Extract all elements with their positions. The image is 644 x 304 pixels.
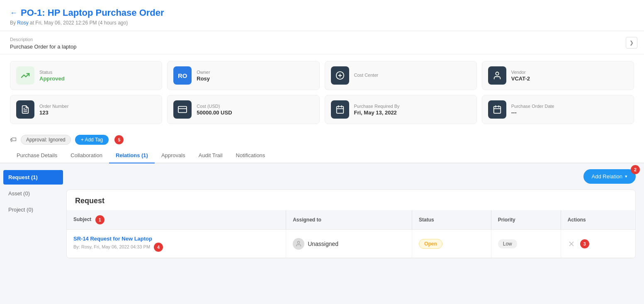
tags-row: 🏷 Approval: Ignored + Add Tag 5: [0, 131, 644, 145]
vendor-value: VCAT-2: [511, 75, 530, 82]
tabs-bar: Purchase Details Collaboration Relations…: [0, 148, 644, 163]
info-cards-grid: Status Approved RO Owner Rosy Cost Ce: [0, 54, 644, 131]
purchase-order-date-icon: [488, 100, 506, 119]
purchase-required-value: Fri, May 13, 2022: [354, 109, 400, 116]
cost-center-label: Cost Center: [354, 73, 379, 78]
status-label: Status: [39, 70, 65, 75]
info-card-purchase-required: Purchase Required By Fri, May 13, 2022: [325, 95, 477, 124]
approval-ignored-tag: Approval: Ignored: [21, 135, 71, 145]
tab-relations[interactable]: Relations (1): [109, 148, 155, 163]
cost-center-icon: [331, 66, 349, 85]
sidebar-item-asset[interactable]: Asset (0): [0, 186, 66, 201]
add-relation-bar: Add Relation ▾ 2: [66, 163, 636, 190]
order-number-icon: [16, 100, 34, 119]
add-relation-button[interactable]: Add Relation ▾ 2: [583, 169, 636, 184]
svg-point-16: [297, 241, 299, 243]
col-priority: Priority: [491, 210, 561, 230]
tag-icon: 🏷: [10, 136, 17, 143]
tab-audit-trail[interactable]: Audit Trail: [192, 148, 229, 163]
tab-notifications[interactable]: Notifications: [229, 148, 272, 163]
status-cell: Open: [412, 230, 491, 258]
tab-collaboration[interactable]: Collaboration: [64, 148, 109, 163]
description-label: Description: [10, 37, 634, 42]
priority-cell: Low: [491, 230, 561, 258]
page-subtitle: By Rosy at Fri, May 06, 2022 12:26 PM (4…: [10, 20, 634, 26]
annotation-badge-3: 3: [580, 239, 589, 248]
info-card-cost-usd: Cost (USD) 50000.00 USD: [167, 95, 319, 124]
annotation-badge-1: 1: [95, 215, 104, 224]
sidebar-item-project[interactable]: Project (0): [0, 202, 66, 217]
info-card-owner: RO Owner Rosy: [167, 61, 319, 90]
delete-button[interactable]: [568, 240, 575, 248]
unassigned-avatar: [293, 238, 304, 250]
assigned-to-value: Unassigned: [308, 241, 338, 247]
col-assigned-to: Assigned to: [286, 210, 412, 230]
col-subject: Subject 1: [67, 210, 286, 230]
owner-label: Owner: [197, 70, 210, 75]
order-number-value: 123: [39, 109, 68, 116]
owner-value: Rosy: [197, 75, 210, 82]
annotation-badge-2: 2: [631, 165, 640, 174]
cost-usd-value: 50000.00 USD: [197, 109, 232, 116]
request-section: Request Subject 1 Assigned to Status Pri…: [66, 190, 636, 258]
back-button[interactable]: ←: [10, 9, 17, 17]
description-text: Purchase Order for a laptop: [10, 44, 634, 50]
author-link[interactable]: Rosy: [17, 20, 28, 26]
sidebar-item-request[interactable]: Request (1): [3, 170, 63, 185]
purchase-order-date-label: Purchase Order Date: [511, 104, 554, 109]
svg-rect-8: [336, 107, 343, 114]
status-icon: [16, 66, 34, 85]
tab-approvals[interactable]: Approvals: [155, 148, 192, 163]
annotation-badge-5: 5: [114, 135, 124, 144]
request-table: Subject 1 Assigned to Status Priority Ac…: [67, 210, 635, 258]
col-actions: Actions: [561, 210, 635, 230]
info-card-vendor: Vendor VCAT-2: [482, 61, 634, 90]
expand-button[interactable]: ❯: [626, 37, 637, 49]
owner-avatar: RO: [173, 66, 192, 85]
assigned-to-cell: Unassigned: [286, 230, 412, 258]
annotation-badge-4: 4: [154, 243, 163, 252]
left-sidebar: Request (1) Asset (0) Project (0): [0, 163, 66, 304]
info-card-order-number: Order Number 123: [10, 95, 162, 124]
actions-cell: 3: [561, 230, 635, 258]
svg-point-3: [496, 72, 498, 75]
tab-purchase-details[interactable]: Purchase Details: [10, 148, 64, 163]
col-status: Status: [412, 210, 491, 230]
order-number-label: Order Number: [39, 104, 68, 109]
purchase-required-label: Purchase Required By: [354, 104, 400, 109]
subject-meta: By: Rosy, Fri, May 06, 2022 04:33 PM 4: [73, 243, 279, 252]
vendor-icon: [488, 66, 506, 85]
chevron-down-icon: ▾: [625, 174, 627, 179]
page-title: PO-1: HP Laptop Purchase Order: [21, 7, 164, 18]
add-tag-button[interactable]: + Add Tag: [75, 135, 109, 145]
request-section-title: Request: [67, 190, 635, 210]
subject-link[interactable]: SR-14 Request for New Laptop: [73, 236, 279, 242]
info-card-cost-center: Cost Center: [325, 61, 477, 90]
cost-usd-label: Cost (USD): [197, 104, 232, 109]
vendor-label: Vendor: [511, 70, 530, 75]
purchase-required-icon: [331, 100, 349, 119]
priority-badge: Low: [498, 239, 517, 248]
cost-usd-icon: [173, 100, 192, 119]
status-badge: Open: [419, 239, 442, 249]
table-row: SR-14 Request for New Laptop By: Rosy, F…: [67, 230, 635, 258]
svg-rect-12: [494, 107, 501, 114]
info-card-purchase-order-date: Purchase Order Date ---: [482, 95, 634, 124]
purchase-order-date-value: ---: [511, 109, 554, 116]
subject-cell: SR-14 Request for New Laptop By: Rosy, F…: [67, 230, 286, 258]
info-card-status: Status Approved: [10, 61, 162, 90]
svg-rect-6: [178, 107, 187, 113]
status-value: Approved: [39, 75, 65, 82]
